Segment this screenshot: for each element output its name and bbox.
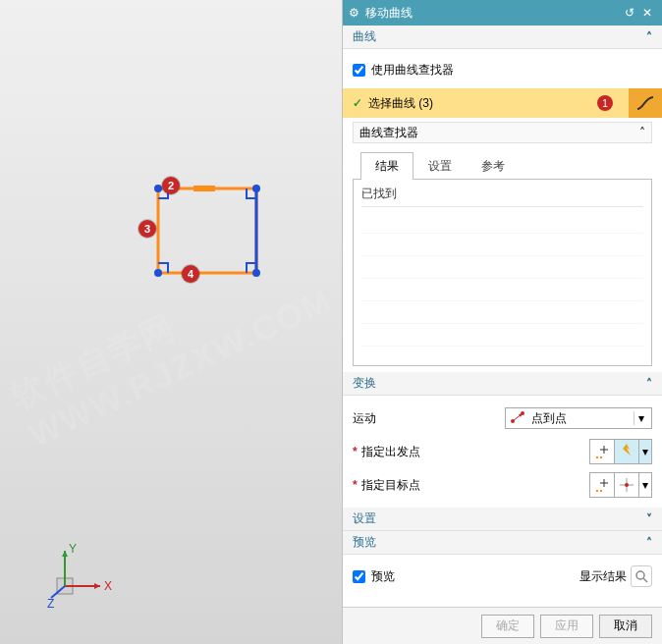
svg-rect-0 [158,188,256,273]
select-curve-row[interactable]: ✓ 选择曲线 (3) 1 [343,88,662,118]
motion-label: 运动 [353,410,505,427]
point-to-point-icon [510,410,525,427]
from-point-dropdown[interactable]: ▾ [638,439,652,464]
section-transform-title: 变换 [353,375,646,392]
reset-icon[interactable]: ↺ [621,6,638,20]
svg-rect-6 [193,186,215,191]
viewport-3d[interactable]: 软件自学网 WWW.RJZXW.COM 2 3 4 X Y [0,0,342,644]
svg-line-31 [643,578,647,582]
svg-text:Y: Y [69,543,77,556]
svg-marker-12 [62,551,68,557]
chevron-up-icon: ˄ [646,377,652,391]
svg-text:X: X [104,579,112,593]
from-point-pick-button[interactable] [589,439,615,464]
svg-point-4 [154,269,162,277]
to-point-label: 指定目标点 [361,478,420,492]
preview-checkbox-label: 预览 [371,568,395,585]
sketch-rectangle: 2 3 4 [150,185,268,284]
section-curve-title: 曲线 [353,28,646,45]
svg-marker-19 [519,413,523,417]
preview-checkbox[interactable] [353,570,365,583]
motion-select[interactable]: 点到点 ▾ [505,407,652,429]
ok-button[interactable]: 确定 [481,615,534,638]
dialog-panel: ⚙ 移动曲线 ↺ ✕ 曲线 ˄ 使用曲线查找器 ✓ 选择曲线 (3) 1 曲线查… [342,0,662,644]
to-point-snap-button[interactable] [614,472,639,498]
use-curve-finder-checkbox[interactable] [353,64,365,77]
to-point-dropdown[interactable]: ▾ [638,472,652,498]
svg-text:Z: Z [47,597,54,611]
callout-1: 1 [597,95,613,111]
curve-finder-header[interactable]: 曲线查找器 ˄ [353,122,652,143]
svg-point-2 [154,185,162,192]
svg-point-3 [252,185,260,192]
finder-tabs: 结果 设置 参考 [353,151,652,180]
tab-results[interactable]: 结果 [360,152,414,180]
svg-point-5 [252,269,260,277]
motion-value: 点到点 [531,410,634,427]
svg-marker-9 [94,583,100,589]
svg-point-29 [625,483,629,487]
section-transform-header[interactable]: 变换 ˄ [343,372,662,396]
from-point-infer-button[interactable] [614,439,639,464]
chevron-down-icon: ▾ [634,411,647,425]
section-settings-title: 设置 [353,510,646,527]
svg-point-30 [636,571,644,579]
apply-button[interactable]: 应用 [540,615,593,638]
check-icon: ✓ [353,96,362,110]
callout-2: 2 [162,177,180,194]
show-result-button[interactable] [631,565,652,587]
curve-finder-title: 曲线查找器 [359,125,639,141]
chevron-up-icon: ˄ [646,30,652,44]
found-header: 已找到 [361,186,643,207]
section-curve-header[interactable]: 曲线 ˄ [343,26,662,49]
section-preview-header[interactable]: 预览 ˄ [343,531,662,555]
chevron-up-icon: ˄ [646,536,652,550]
found-list[interactable]: 已找到 [353,180,652,366]
section-settings-header[interactable]: 设置 ˅ [343,508,662,531]
cancel-button[interactable]: 取消 [599,615,652,638]
dialog-footer: 确定 应用 取消 [343,607,662,644]
chevron-down-icon: ˅ [646,512,652,526]
to-point-pick-button[interactable] [589,472,615,498]
close-icon[interactable]: ✕ [638,6,656,20]
section-preview-title: 预览 [353,534,646,551]
chevron-up-icon: ˄ [639,126,645,139]
show-result-label: 显示结果 [579,568,627,585]
curve-type-button[interactable] [629,88,662,118]
use-curve-finder-label: 使用曲线查找器 [371,62,454,79]
from-point-label: 指定出发点 [361,445,420,458]
callout-4: 4 [182,265,199,283]
found-rows [361,211,643,358]
dialog-titlebar: ⚙ 移动曲线 ↺ ✕ [343,0,662,26]
tab-reference[interactable]: 参考 [467,152,520,180]
dialog-title: 移动曲线 [365,5,621,22]
select-curve-label: 选择曲线 (3) [368,95,597,112]
gear-icon[interactable]: ⚙ [349,6,359,20]
callout-3: 3 [138,220,156,238]
tab-settings[interactable]: 设置 [414,152,467,180]
svg-marker-23 [623,444,631,456]
coordinate-triad: X Y Z [47,543,116,615]
